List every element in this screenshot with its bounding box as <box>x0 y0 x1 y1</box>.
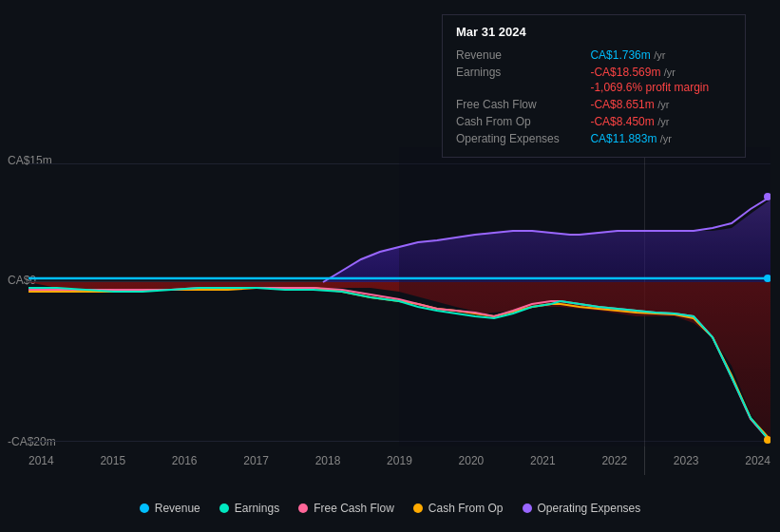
legend-cashfromop-label: Cash From Op <box>428 502 504 515</box>
legend-opex-label: Operating Expenses <box>538 502 641 515</box>
legend-earnings-dot <box>219 504 229 513</box>
tooltip-earnings-value: -CA$18.569m /yr <box>590 64 732 81</box>
x-label-2016: 2016 <box>172 454 198 467</box>
chart-svg[interactable] <box>29 147 770 446</box>
tooltip-profit-margin: -1,069.6% profit margin <box>590 81 732 96</box>
data-tooltip: Mar 31 2024 Revenue CA$1.736m /yr Earnin… <box>442 14 746 158</box>
tooltip-earnings-label: Earnings <box>456 64 590 81</box>
tooltip-cashfromop-row: Cash From Op -CA$8.450m /yr <box>456 113 732 130</box>
tooltip-profit-margin-row: -1,069.6% profit margin <box>456 81 732 96</box>
legend-revenue-label: Revenue <box>155 502 200 515</box>
legend-revenue-dot <box>140 504 149 513</box>
legend-cashfromop-dot <box>413 504 423 513</box>
legend-opex-dot <box>523 504 532 513</box>
x-label-2023: 2023 <box>674 454 699 467</box>
tooltip-fcf-value: -CA$8.651m /yr <box>590 96 732 113</box>
chart-container: Mar 31 2024 Revenue CA$1.736m /yr Earnin… <box>0 0 780 532</box>
tooltip-fcf-label: Free Cash Flow <box>456 96 590 113</box>
tooltip-opex-value: CA$11.883m /yr <box>590 130 732 147</box>
x-label-2019: 2019 <box>387 454 412 467</box>
x-label-2022: 2022 <box>601 454 627 467</box>
x-label-2017: 2017 <box>243 454 269 467</box>
tooltip-opex-row: Operating Expenses CA$11.883m /yr <box>456 130 732 147</box>
tooltip-date: Mar 31 2024 <box>456 25 732 39</box>
legend-fcf[interactable]: Free Cash Flow <box>298 502 394 515</box>
legend-revenue[interactable]: Revenue <box>140 502 200 515</box>
chart-legend: Revenue Earnings Free Cash Flow Cash Fro… <box>0 502 780 515</box>
legend-earnings-label: Earnings <box>235 502 279 515</box>
legend-fcf-dot <box>298 504 308 513</box>
x-label-2024: 2024 <box>745 454 770 467</box>
legend-opex[interactable]: Operating Expenses <box>523 502 641 515</box>
x-label-2015: 2015 <box>100 454 125 467</box>
x-label-2021: 2021 <box>530 454 556 467</box>
legend-cashfromop[interactable]: Cash From Op <box>413 502 504 515</box>
tooltip-earnings-row: Earnings -CA$18.569m /yr <box>456 64 732 81</box>
tooltip-revenue-row: Revenue CA$1.736m /yr <box>456 47 732 64</box>
x-axis: 2014 2015 2016 2017 2018 2019 2020 2021 … <box>29 454 770 467</box>
x-label-2018: 2018 <box>315 454 341 467</box>
svg-rect-0 <box>399 147 770 446</box>
tooltip-revenue-value: CA$1.736m /yr <box>590 47 732 64</box>
tooltip-cashfromop-label: Cash From Op <box>456 113 590 130</box>
x-label-2020: 2020 <box>459 454 485 467</box>
tooltip-opex-label: Operating Expenses <box>456 130 590 147</box>
tooltip-cashfromop-value: -CA$8.450m /yr <box>590 113 732 130</box>
tooltip-fcf-row: Free Cash Flow -CA$8.651m /yr <box>456 96 732 113</box>
x-label-2014: 2014 <box>29 454 54 467</box>
legend-fcf-label: Free Cash Flow <box>314 502 394 515</box>
tooltip-revenue-label: Revenue <box>456 47 590 64</box>
legend-earnings[interactable]: Earnings <box>219 502 279 515</box>
